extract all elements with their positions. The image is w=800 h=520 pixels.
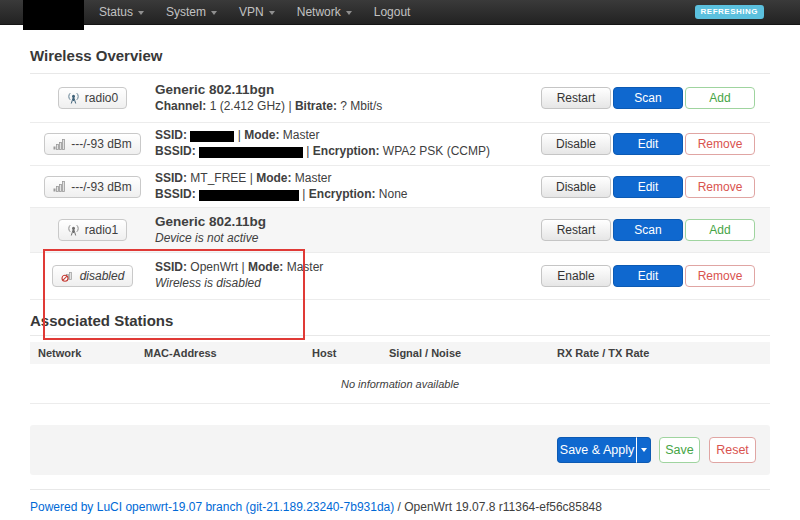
- add-button[interactable]: Add: [685, 219, 755, 241]
- wifi-antenna-icon: [67, 224, 80, 236]
- remove-button[interactable]: Remove: [685, 176, 755, 198]
- separator: |: [238, 128, 241, 142]
- nav-item-system[interactable]: System: [155, 0, 228, 25]
- badge-cell: ---/-93 dBm: [30, 133, 155, 155]
- separator: |: [288, 99, 291, 113]
- add-button[interactable]: Add: [685, 87, 755, 109]
- column-header-rx-tx-rate: RX Rate / TX Rate: [557, 347, 770, 359]
- badge-cell: radio0: [30, 87, 155, 109]
- nav-item-logout[interactable]: Logout: [363, 0, 422, 25]
- badge-cell: radio1: [30, 219, 155, 241]
- disabled-signal-badge: disabled: [52, 265, 134, 287]
- device-info: Generic 802.11bg Device is not active: [155, 214, 550, 246]
- actions-cell: Disable Edit Remove: [550, 176, 770, 198]
- page-actions-bar: Save & Apply Save Reset: [30, 425, 770, 475]
- bitrate-value: ? Mbit/s: [340, 99, 382, 113]
- caret-down-icon: [138, 11, 144, 15]
- openwrt-version: / OpenWrt 19.07.8 r11364-ef56c85848: [398, 500, 602, 514]
- restart-button[interactable]: Restart: [541, 87, 611, 109]
- wireless-overview-title: Wireless Overview: [30, 47, 770, 74]
- refreshing-indicator[interactable]: REFRESHING: [695, 5, 764, 19]
- nav-item-label: System: [166, 5, 206, 19]
- remove-button[interactable]: Remove: [685, 133, 755, 155]
- luci-branch-link[interactable]: Powered by LuCI openwrt-19.07 branch (gi…: [30, 500, 394, 514]
- encryption-value: WPA2 PSK (CCMP): [383, 144, 490, 158]
- enable-button[interactable]: Enable: [541, 265, 611, 287]
- redacted-hostname: [23, 0, 84, 30]
- wireless-network-row-mtfree: ---/-93 dBm SSID: MT_FREE | Mode: Master…: [30, 166, 770, 208]
- mode-value: Master: [287, 260, 324, 274]
- actions-cell: Disable Edit Remove: [550, 133, 770, 155]
- mode-label: Mode:: [244, 128, 279, 142]
- remove-button[interactable]: Remove: [685, 265, 755, 287]
- actions-cell: Restart Scan Add: [550, 87, 770, 109]
- encryption-label: Encryption:: [313, 144, 380, 158]
- device-status: Device is not active: [155, 231, 550, 247]
- caret-down-icon: [641, 448, 647, 452]
- wireless-device-row-radio0: radio0 Generic 802.11bgn Channel: 1 (2.4…: [30, 74, 770, 123]
- signal-badge: ---/-93 dBm: [44, 176, 141, 198]
- scan-button[interactable]: Scan: [613, 219, 683, 241]
- column-header-mac-address: MAC-Address: [144, 347, 312, 359]
- actions-cell: Restart Scan Add: [550, 219, 770, 241]
- save-apply-split-button: Save & Apply: [557, 437, 651, 463]
- nav-item-label: Network: [297, 5, 341, 19]
- nav-item-label: Logout: [374, 5, 411, 19]
- network-status: Wireless is disabled: [155, 276, 550, 292]
- edit-button[interactable]: Edit: [613, 133, 683, 155]
- caret-down-icon: [269, 11, 275, 15]
- signal-badge: ---/-93 dBm: [44, 133, 141, 155]
- ssid-value: OpenWrt: [190, 260, 238, 274]
- signal-disabled-icon: [61, 270, 75, 282]
- encryption-value: None: [379, 187, 408, 201]
- save-apply-button[interactable]: Save & Apply: [557, 437, 637, 463]
- redacted-bssid: [199, 190, 299, 201]
- disable-button[interactable]: Disable: [541, 133, 611, 155]
- device-info: Generic 802.11bgn Channel: 1 (2.412 GHz)…: [155, 82, 550, 114]
- badge-label: disabled: [80, 269, 125, 283]
- divider: [30, 489, 770, 490]
- badge-label: radio1: [85, 223, 118, 237]
- device-title: Generic 802.11bg: [155, 214, 550, 231]
- mode-label: Mode:: [256, 171, 291, 185]
- nav-menu: Status System VPN Network Logout: [88, 0, 421, 25]
- save-button[interactable]: Save: [659, 437, 700, 463]
- channel-value: 1 (2.412 GHz): [210, 99, 285, 113]
- network-info: SSID: | Mode: Master BSSID: | Encryption…: [155, 128, 550, 159]
- mode-label: Mode:: [248, 260, 283, 274]
- wireless-device-row-radio1: radio1 Generic 802.11bg Device is not ac…: [30, 208, 770, 253]
- top-navbar: Status System VPN Network Logout REFRESH…: [0, 0, 800, 25]
- badge-label: radio0: [85, 91, 118, 105]
- ssid-label: SSID:: [155, 260, 187, 274]
- wireless-network-row-disabled: disabled SSID: OpenWrt | Mode: Master Wi…: [30, 253, 770, 300]
- caret-down-icon: [346, 11, 352, 15]
- edit-button[interactable]: Edit: [613, 176, 683, 198]
- column-header-network: Network: [30, 347, 144, 359]
- nav-item-network[interactable]: Network: [286, 0, 363, 25]
- column-header-host: Host: [312, 347, 389, 359]
- caret-down-icon: [211, 11, 217, 15]
- ssid-line: SSID: | Mode: Master: [155, 128, 550, 144]
- bssid-line: BSSID: | Encryption: WPA2 PSK (CCMP): [155, 144, 550, 160]
- radio-badge: radio1: [58, 219, 127, 241]
- reset-button[interactable]: Reset: [709, 437, 756, 463]
- disable-button[interactable]: Disable: [541, 176, 611, 198]
- restart-button[interactable]: Restart: [541, 219, 611, 241]
- nav-item-label: Status: [99, 5, 133, 19]
- redacted-bssid: [199, 147, 303, 158]
- scan-button[interactable]: Scan: [613, 87, 683, 109]
- signal-bars-icon: [53, 181, 66, 192]
- save-apply-dropdown-button[interactable]: [637, 437, 651, 463]
- separator: |: [250, 171, 253, 185]
- badge-label: ---/-93 dBm: [71, 137, 132, 151]
- network-info: SSID: MT_FREE | Mode: Master BSSID: | En…: [155, 171, 550, 202]
- ssid-line: SSID: MT_FREE | Mode: Master: [155, 171, 550, 187]
- bssid-line: BSSID: | Encryption: None: [155, 187, 550, 203]
- ssid-label: SSID:: [155, 128, 187, 142]
- stations-table-header: Network MAC-Address Host Signal / Noise …: [30, 342, 770, 364]
- nav-item-status[interactable]: Status: [88, 0, 155, 25]
- edit-button[interactable]: Edit: [613, 265, 683, 287]
- device-details: Channel: 1 (2.412 GHz) | Bitrate: ? Mbit…: [155, 99, 550, 115]
- nav-item-vpn[interactable]: VPN: [228, 0, 286, 25]
- signal-bars-icon: [53, 139, 66, 150]
